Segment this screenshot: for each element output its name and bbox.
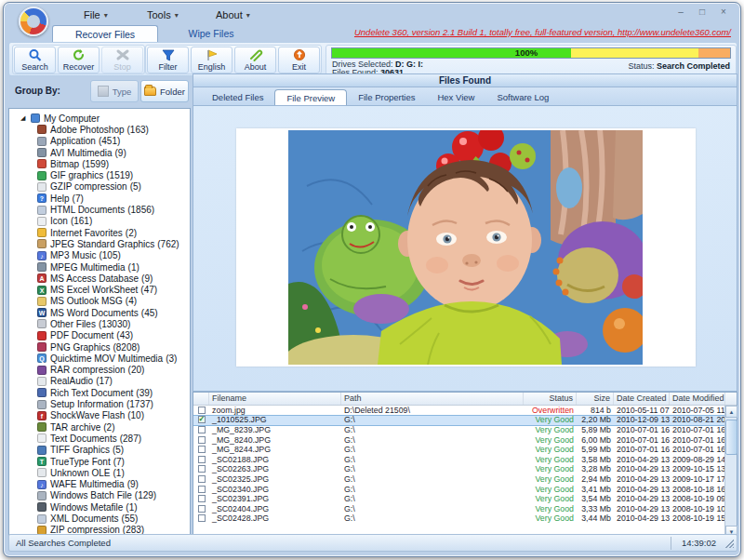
tree-item[interactable]: Icon (161) — [9, 216, 190, 227]
group-by-folder-button[interactable]: Folder — [140, 80, 189, 102]
table-row[interactable]: _SC02428.JPG G:\ Very Good 3,44 Mb 2010-… — [193, 514, 737, 525]
tree-item[interactable]: Unknown OLE (1) — [9, 467, 190, 478]
tree-item[interactable]: ? Help (7) — [9, 193, 190, 204]
tree-item[interactable]: GIF graphics (1519) — [9, 169, 190, 180]
tree-item[interactable]: W MS Word Documents (45) — [9, 307, 190, 318]
row-checkbox[interactable] — [198, 446, 206, 453]
table-row[interactable]: _1010525.JPG G:\ Very Good 2,20 Mb 2010-… — [193, 416, 737, 426]
row-checkbox[interactable] — [198, 426, 206, 433]
main-tab[interactable]: Recover Files — [52, 25, 158, 42]
table-scrollbar[interactable]: ▲ ▼ — [724, 406, 737, 538]
row-checkbox[interactable] — [198, 407, 206, 414]
tree-item[interactable]: T TrueType Font (7) — [9, 456, 190, 467]
row-checkbox[interactable] — [198, 486, 206, 493]
close-button[interactable]: × — [716, 6, 731, 19]
chevron-down-icon[interactable]: ▾ — [104, 11, 108, 20]
row-checkbox[interactable] — [198, 505, 206, 513]
table-row[interactable]: _SC02391.JPG G:\ Very Good 3,54 Mb 2010-… — [193, 494, 737, 504]
tree-item[interactable]: GZIP compression (5) — [9, 181, 190, 193]
window-controls: – □ × — [673, 6, 731, 19]
tree-item[interactable]: Adobe Photoshop (163) — [9, 124, 190, 135]
tree-item[interactable]: MS Outlook MSG (4) — [9, 296, 190, 307]
header-status[interactable]: Status — [524, 393, 577, 405]
minimize-button[interactable]: – — [673, 6, 688, 19]
exit-button[interactable]: Exit — [278, 47, 320, 73]
tree-item[interactable]: Rich Text Document (39) — [9, 387, 190, 398]
tree-item[interactable]: Text Documents (287) — [9, 433, 190, 444]
row-checkbox[interactable] — [198, 436, 206, 444]
language-button[interactable]: English — [191, 47, 232, 73]
search-button[interactable]: Search — [14, 47, 56, 73]
preview-tab[interactable]: File Preview — [274, 89, 347, 105]
table-row[interactable]: _SC02188.JPG G:\ Very Good 3,58 Mb 2010-… — [193, 455, 737, 465]
tree-root-my-computer[interactable]: ◢ My Computer — [9, 113, 190, 124]
row-checkbox[interactable] — [198, 495, 206, 502]
tree-item[interactable]: RAR compression (20) — [9, 365, 190, 376]
preview-tab[interactable]: Deleted Files — [201, 89, 274, 105]
header-checkbox[interactable] — [193, 393, 209, 405]
header-date-modified[interactable]: Date Modified — [670, 393, 725, 405]
tree-item[interactable]: Windows Batch File (129) — [9, 490, 190, 501]
tree-item[interactable]: Application (451) — [9, 136, 190, 147]
tree-item[interactable]: Windows Metafile (1) — [9, 501, 190, 513]
tree-item[interactable]: Setup Information (1737) — [9, 398, 190, 409]
tree-item[interactable]: AVI Multimedia (9) — [9, 147, 190, 158]
table-row[interactable]: _SC02404.JPG G:\ Very Good 3,33 Mb 2010-… — [193, 504, 737, 514]
maximize-button[interactable]: □ — [695, 6, 710, 19]
table-row[interactable]: _MG_8244.JPG G:\ Very Good 5,99 Mb 2010-… — [193, 445, 737, 455]
header-date-created[interactable]: Date Created — [614, 393, 670, 405]
row-checkbox[interactable] — [198, 465, 206, 473]
tree-item-label: PNG Graphics — [50, 342, 110, 353]
header-filename[interactable]: Filename — [209, 393, 341, 405]
scrollbar-thumb[interactable] — [725, 420, 737, 455]
tree-item[interactable]: XML Documents (55) — [9, 513, 190, 524]
header-size[interactable]: Size — [577, 393, 614, 405]
tree-item[interactable]: TIFF Graphics (5) — [9, 445, 190, 456]
tree-item[interactable]: Internet Favorites (2) — [9, 227, 190, 238]
tree-item[interactable]: X MS Excel WorkSheet (47) — [9, 284, 190, 295]
table-row[interactable]: zoom.jpg D:\Deleted 21509\ Overwritten 8… — [193, 406, 737, 416]
filter-button[interactable]: Filter — [147, 47, 189, 73]
table-row[interactable]: _SC02263.JPG G:\ Very Good 3,28 Mb 2010-… — [193, 465, 737, 475]
tree-item[interactable]: ♪ MP3 Music (105) — [9, 250, 190, 261]
tree-item[interactable]: MPEG Multimedia (1) — [9, 261, 190, 273]
tree-item[interactable]: HTML Documents (1856) — [9, 204, 190, 215]
row-checkbox[interactable] — [198, 514, 206, 522]
about-button[interactable]: About — [234, 47, 276, 73]
table-row[interactable]: _SC02340.JPG G:\ Very Good 3,41 Mb 2010-… — [193, 485, 737, 495]
tree-item[interactable]: JPEG Standard Graphics (762) — [9, 238, 190, 249]
tree-expander-icon[interactable]: ◢ — [20, 114, 29, 122]
promo-link[interactable]: Undelete 360, version 2.1 Build 1, total… — [354, 27, 731, 37]
table-row[interactable]: _SC02440.JPG G:\ Very Good 3,13 Mb 2010-… — [193, 524, 737, 525]
preview-tab[interactable]: Software Log — [485, 89, 560, 105]
scroll-up-icon[interactable]: ▲ — [725, 406, 737, 418]
table-row[interactable]: _MG_8240.JPG G:\ Very Good 6,00 Mb 2010-… — [193, 435, 737, 446]
table-row[interactable]: _SC02325.JPG G:\ Very Good 2,94 Mb 2010-… — [193, 474, 737, 485]
tree-item[interactable]: TAR archive (2) — [9, 421, 190, 433]
resize-grip[interactable] — [724, 539, 734, 548]
preview-tab[interactable]: File Properties — [347, 89, 426, 105]
menu-tools[interactable]: Tools ▾ — [141, 7, 184, 22]
main-tab[interactable]: Wipe Files — [158, 25, 264, 42]
row-checkbox[interactable] — [198, 456, 206, 463]
menu-about[interactable]: About ▾ — [210, 7, 256, 22]
table-row[interactable]: _MG_8239.JPG G:\ Very Good 5,89 Mb 2010-… — [193, 425, 737, 435]
chevron-down-icon[interactable]: ▾ — [175, 11, 179, 20]
tree-item[interactable]: ♪ WAFE Multimedia (9) — [9, 479, 190, 490]
tree-item[interactable]: Bitmap (1599) — [9, 158, 190, 169]
row-checkbox[interactable] — [198, 416, 206, 423]
recover-button[interactable]: Recover — [58, 47, 100, 73]
tree-item[interactable]: Other Files (13030) — [9, 318, 190, 329]
tree-item-label: Unknown OLE — [50, 468, 110, 478]
menu-file[interactable]: File ▾ — [78, 7, 113, 22]
tree-item[interactable]: RealAudio (17) — [9, 376, 190, 387]
tree-item[interactable]: Q Quicktime MOV Multimedia (3) — [9, 353, 190, 364]
tree-item[interactable]: PNG Graphics (8208) — [9, 341, 190, 353]
tree-item[interactable]: f ShockWave Flash (10) — [9, 410, 190, 421]
header-path[interactable]: Path — [341, 393, 524, 405]
preview-tab[interactable]: Hex View — [426, 89, 485, 105]
tree-item[interactable]: A MS Access Database (9) — [9, 273, 190, 284]
tree-item[interactable]: PDF Document (43) — [9, 330, 190, 341]
chevron-down-icon[interactable]: ▾ — [246, 11, 250, 20]
row-checkbox[interactable] — [198, 475, 206, 483]
